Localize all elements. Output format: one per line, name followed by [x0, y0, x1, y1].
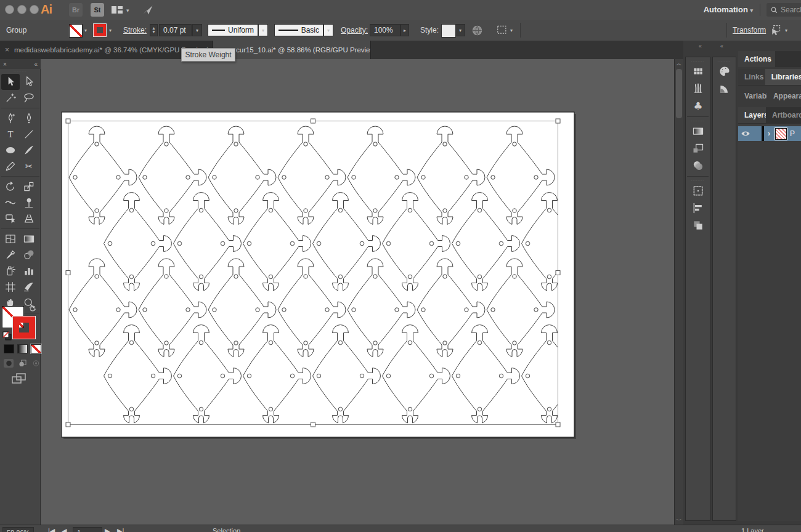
select-similar-chevron[interactable]: ▾ — [510, 28, 513, 33]
color-panel-icon[interactable] — [713, 63, 736, 80]
window-zoom-button[interactable] — [30, 5, 39, 14]
stroke-weight-field[interactable]: 0.07 pt — [159, 24, 192, 36]
document-tab-active[interactable]: cur15_10.ai* @ 58.86% (RGB/GPU Preview) — [213, 41, 371, 59]
gradient-mode-button[interactable] — [17, 344, 28, 353]
tab-appearance[interactable]: Appearance — [767, 88, 801, 104]
opacity-chevron[interactable]: ▸ — [400, 24, 409, 36]
document-setup-globe-icon[interactable] — [471, 25, 483, 36]
artboard-nav-prev[interactable]: ◀ — [62, 527, 67, 532]
artboard-tool[interactable] — [1, 279, 20, 295]
column-graph-tool[interactable] — [20, 263, 38, 279]
layer-visibility-eye-icon[interactable] — [738, 130, 753, 137]
stroke-weight-chevron[interactable]: ▾ — [192, 24, 202, 36]
pen-tool[interactable] — [1, 110, 20, 126]
layer-name[interactable]: P — [790, 129, 795, 138]
screen-mode-icon[interactable] — [11, 372, 27, 385]
isolate-selection-icon[interactable] — [770, 25, 782, 36]
artboard-canvas[interactable] — [0, 59, 674, 525]
transform-panel-panel-icon[interactable] — [686, 182, 710, 200]
layer-row[interactable]: › P — [738, 126, 801, 141]
stroke-color-swatch[interactable] — [94, 24, 106, 36]
draw-inside-icon[interactable] — [31, 359, 41, 368]
draw-normal-icon[interactable] — [4, 359, 14, 368]
gradient-panel-icon[interactable] — [686, 123, 710, 140]
puppet-warp-tool[interactable] — [20, 195, 38, 211]
tab-close-icon[interactable]: × — [5, 46, 9, 54]
paintbrush-tool[interactable] — [20, 142, 38, 158]
scrollbar-thumb[interactable] — [676, 69, 682, 118]
tab-artboards[interactable]: Artboards — [766, 107, 801, 123]
opacity-panel-link[interactable]: Opacity: — [341, 26, 368, 34]
direct-selection-tool[interactable] — [20, 74, 38, 90]
pathfinder-panel-icon[interactable] — [686, 217, 710, 234]
tab-libraries[interactable]: Libraries — [765, 69, 801, 85]
magic-wand-tool[interactable] — [1, 90, 20, 106]
arrange-documents-chevron[interactable]: ▾ — [126, 7, 129, 14]
line-segment-tool[interactable] — [20, 126, 38, 142]
transform-panel-link[interactable]: Transform — [733, 26, 766, 34]
symbol-sprayer-tool[interactable] — [1, 263, 20, 279]
brush-definition-chevron[interactable]: ▾ — [323, 24, 333, 36]
brush-definition-select[interactable]: Basic — [274, 24, 323, 36]
rotate-tool[interactable] — [1, 179, 20, 195]
window-close-button[interactable] — [5, 5, 14, 14]
scroll-up-icon[interactable]: ︿ — [675, 60, 683, 66]
style-swatch[interactable] — [441, 24, 456, 38]
artboard-nav-current[interactable]: 1 — [73, 527, 102, 532]
search-input[interactable]: Search — [766, 3, 801, 17]
dock-gripper[interactable]: ∙∙∙∙∙∙∙∙ — [686, 57, 710, 63]
draw-behind-icon[interactable] — [17, 359, 27, 368]
perspective-grid-tool[interactable] — [20, 211, 38, 227]
mesh-tool[interactable] — [1, 231, 20, 247]
swap-fill-stroke-icon[interactable] — [28, 304, 37, 313]
zoom-level-field[interactable]: 58.86% — [2, 527, 34, 532]
vertical-scrollbar[interactable] — [674, 59, 683, 525]
select-similar-icon[interactable] — [497, 25, 508, 35]
selection-tool[interactable] — [1, 74, 20, 90]
tab-links[interactable]: Links — [738, 69, 765, 85]
tab-layers[interactable]: Layers — [738, 107, 766, 123]
workspace-switcher[interactable]: Automation ▾ — [704, 5, 753, 14]
color-mode-button[interactable] — [4, 344, 14, 353]
width-profile-chevron[interactable]: ▾ — [258, 24, 268, 36]
dock-collapse-b[interactable]: « — [720, 43, 724, 49]
fill-color-chevron[interactable]: ▾ — [84, 28, 87, 33]
artboard-nav-last[interactable]: ▶| — [117, 527, 124, 532]
tools-gripper[interactable]: ∙∙∙∙∙∙∙∙ — [0, 69, 41, 73]
stroke-swatch-red[interactable] — [13, 316, 35, 339]
tools-collapse-icon[interactable]: « — [34, 61, 38, 68]
width-tool[interactable] — [1, 195, 20, 211]
scroll-down-icon[interactable]: ﹀ — [675, 517, 683, 523]
layer-expand-icon[interactable]: › — [768, 129, 770, 138]
eyedropper-tool[interactable] — [1, 247, 20, 263]
width-profile-select[interactable]: Uniform — [208, 24, 258, 36]
type-tool[interactable]: T — [1, 126, 20, 142]
free-transform-tool[interactable] — [1, 211, 20, 227]
tab-variables[interactable]: Variables — [738, 88, 767, 104]
artboards-panel-icon[interactable] — [686, 140, 710, 157]
stroke-color-chevron[interactable]: ▾ — [109, 28, 112, 33]
stock-button[interactable]: St — [91, 3, 104, 17]
curvature-tool[interactable] — [20, 110, 38, 126]
color-guide-panel-icon[interactable] — [713, 80, 736, 97]
blend-tool[interactable] — [20, 247, 38, 263]
isolate-selection-chevron[interactable]: ▾ — [785, 28, 787, 33]
tools-close-icon[interactable]: × — [3, 61, 7, 68]
share-icon[interactable] — [142, 4, 154, 16]
style-chevron[interactable]: ▾ — [455, 24, 465, 36]
artboard-nav-first[interactable]: |◀ — [48, 527, 55, 532]
swatches-panel-icon[interactable] — [686, 63, 710, 80]
artboard-nav-next[interactable]: ▶ — [105, 527, 110, 532]
symbols-panel-icon[interactable]: ♣ — [686, 97, 710, 115]
opacity-field[interactable]: 100% — [370, 24, 400, 36]
transparency-panel-icon[interactable] — [686, 157, 710, 174]
fill-color-swatch[interactable] — [69, 24, 83, 38]
gradient-tool[interactable] — [20, 231, 38, 247]
stroke-panel-link[interactable]: Stroke: — [123, 26, 147, 34]
bridge-button[interactable]: Br — [69, 3, 83, 17]
dock-collapse-a[interactable]: « — [699, 43, 702, 49]
ellipse-tool[interactable] — [1, 142, 20, 158]
stroke-weight-stepper[interactable]: ▲▼ — [150, 24, 158, 36]
brushes-panel-icon[interactable] — [686, 80, 710, 97]
window-minimize-button[interactable] — [17, 5, 26, 14]
